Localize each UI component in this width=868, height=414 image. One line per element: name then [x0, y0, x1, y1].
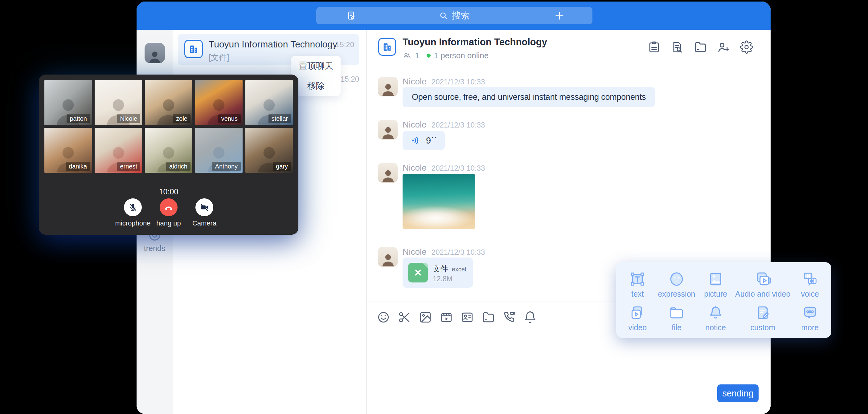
- conversation-title: Tuoyun Information Technology: [209, 39, 337, 50]
- message-meta: Nicole 2021/12/3 10:33: [403, 247, 485, 257]
- call-controls: microphone hang up: [39, 198, 299, 227]
- voice-message-bubble[interactable]: 9``: [403, 131, 445, 150]
- participant-video[interactable]: Nicole: [95, 80, 142, 125]
- chat-title: Tuoyun Information Technology: [403, 37, 547, 48]
- microphone-toggle-button[interactable]: microphone: [118, 198, 148, 227]
- popup-item-audio-video[interactable]: Audio and video: [735, 268, 790, 301]
- popup-item-custom[interactable]: custom: [735, 301, 790, 335]
- participant-video[interactable]: stellar: [245, 80, 293, 125]
- file-size: 12.8M: [433, 275, 453, 283]
- search-icon: [439, 11, 448, 20]
- popup-item-more[interactable]: more: [790, 301, 830, 335]
- file-extension: .excel: [450, 266, 466, 273]
- participant-video[interactable]: ernest: [95, 128, 142, 173]
- notification-bell-icon[interactable]: [523, 311, 537, 324]
- image-message-beach-photo[interactable]: [403, 174, 475, 229]
- message-timestamp: 2021/12/3 10:33: [432, 121, 485, 129]
- chat-meta: 1 1 person online: [403, 51, 489, 60]
- popup-item-voice[interactable]: voice: [790, 268, 830, 301]
- chat-header: Tuoyun Information Technology 1 1 person…: [367, 30, 771, 64]
- participant-video[interactable]: aldrich: [145, 128, 192, 173]
- participant-name: stellar: [269, 114, 291, 123]
- files-folder-icon[interactable]: [693, 40, 707, 54]
- popup-item-video[interactable]: video: [618, 301, 657, 335]
- menu-item-pin-chat[interactable]: 置顶聊天: [291, 56, 341, 76]
- group-avatar-icon: [378, 38, 396, 56]
- popup-item-file[interactable]: file: [657, 301, 696, 335]
- add-icon[interactable]: [554, 10, 565, 21]
- participant-name: patton: [67, 114, 90, 123]
- emoji-icon[interactable]: [377, 311, 390, 324]
- send-button[interactable]: sending: [717, 384, 758, 402]
- avatar[interactable]: [378, 120, 398, 139]
- popup-item-expression[interactable]: expression: [657, 268, 696, 301]
- sender-name: Nicole: [403, 120, 427, 130]
- menu-item-remove[interactable]: 移除: [291, 76, 341, 96]
- camera-toggle-button[interactable]: Camera: [190, 198, 219, 227]
- voice-icon: [801, 270, 819, 288]
- screenshot-scissors-icon[interactable]: [398, 311, 411, 324]
- popup-item-notice[interactable]: notice: [696, 301, 735, 335]
- hang-up-button[interactable]: hang up: [154, 198, 183, 227]
- popup-item-picture[interactable]: picture: [696, 268, 735, 301]
- avatar[interactable]: [378, 163, 398, 183]
- avatar[interactable]: [378, 77, 398, 96]
- video-clapper-icon[interactable]: [439, 311, 453, 324]
- add-member-icon[interactable]: [717, 40, 730, 54]
- image-icon[interactable]: [418, 311, 432, 324]
- text-message-bubble: Open source, free, and universal instant…: [403, 87, 655, 107]
- conversation-context-menu: 置顶聊天 移除: [291, 56, 341, 96]
- participant-name: venus: [218, 114, 241, 123]
- file-message-bubble[interactable]: 文件.excel 12.8M: [403, 257, 473, 288]
- message-timestamp: 2021/12/3 10:33: [432, 164, 485, 172]
- message-timestamp: 2021/12/3 10:33: [432, 248, 485, 257]
- avatar[interactable]: [378, 247, 398, 267]
- conversation-time: 15:20: [336, 40, 354, 49]
- chat-header-actions: [647, 40, 753, 54]
- participant-video[interactable]: venus: [195, 80, 243, 125]
- chat-history-search-icon[interactable]: [671, 40, 684, 54]
- participant-video[interactable]: zole: [145, 80, 192, 125]
- video-call-icon[interactable]: [502, 311, 516, 324]
- sender-name: Nicole: [403, 163, 427, 173]
- participant-name: Nicole: [117, 114, 140, 123]
- file-folder-icon: [668, 304, 685, 321]
- search-bar[interactable]: 搜索: [316, 7, 592, 24]
- microphone-muted-icon: [124, 198, 142, 216]
- participant-video[interactable]: Anthony: [195, 128, 243, 173]
- member-count: 1: [415, 51, 419, 60]
- message-timestamp: 2021/12/3 10:33: [432, 77, 485, 86]
- sender-name: Nicole: [403, 247, 427, 257]
- control-label: microphone: [115, 219, 151, 227]
- participant-name: ernest: [117, 162, 140, 171]
- custom-icon: [754, 304, 772, 321]
- participant-name: aldrich: [166, 162, 190, 171]
- participant-video[interactable]: gary: [245, 128, 293, 173]
- trends-label: trends: [136, 244, 173, 253]
- audio-video-icon: [754, 270, 772, 288]
- conversation-last-message: [文件]: [209, 52, 229, 63]
- conversation-time: 15:20: [341, 75, 359, 84]
- board-icon[interactable]: [647, 40, 661, 54]
- message-meta: Nicole 2021/12/3 10:33: [403, 163, 485, 173]
- call-timer: 10:00: [39, 187, 299, 196]
- file-folder-icon[interactable]: [482, 311, 495, 324]
- online-status-dot: [427, 54, 431, 58]
- camera-off-icon: [195, 198, 213, 216]
- participant-name: zole: [173, 114, 190, 123]
- chat-panel: Tuoyun Information Technology 1 1 person…: [367, 30, 771, 414]
- participant-video[interactable]: patton: [44, 80, 92, 125]
- sender-name: Nicole: [403, 77, 427, 87]
- voice-duration: 9``: [426, 135, 437, 146]
- settings-gear-icon[interactable]: [740, 40, 753, 54]
- participant-video[interactable]: danika: [44, 128, 92, 173]
- app-topbar: 搜索: [136, 2, 771, 30]
- group-call-panel: patton Nicole zole venus stellar danika: [39, 74, 299, 235]
- search-field[interactable]: 搜索: [316, 7, 592, 24]
- picture-icon: [707, 270, 724, 288]
- popup-item-text[interactable]: text: [618, 268, 657, 301]
- user-avatar[interactable]: [145, 43, 165, 63]
- group-avatar-icon: [184, 40, 203, 58]
- contact-card-icon[interactable]: [461, 311, 474, 324]
- search-placeholder: 搜索: [452, 9, 470, 22]
